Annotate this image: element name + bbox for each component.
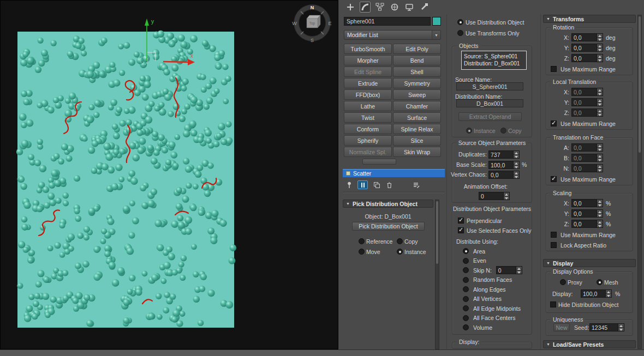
spinner-arrows[interactable] — [503, 192, 509, 200]
operands-list[interactable]: Source: S_Sphere001 Distribution: D_Box0… — [461, 51, 527, 70]
translation-on-face-a-spinner[interactable]: 0,0 — [571, 143, 603, 152]
base-scale-spinner[interactable]: 100,0 — [488, 161, 520, 169]
use-distribution-object-radio[interactable] — [457, 19, 463, 25]
spinner-arrows[interactable] — [597, 220, 603, 227]
duplicates-spinner[interactable]: 737 — [488, 150, 520, 159]
tab-motion[interactable] — [389, 2, 400, 13]
modifier-button-ffd-box[interactable]: FFD(box) — [344, 89, 392, 100]
spinner-arrows[interactable] — [597, 200, 603, 207]
configure-modifier-sets-icon[interactable] — [412, 181, 420, 189]
spinner-up-icon[interactable] — [597, 220, 603, 224]
panel-scrollbar[interactable] — [637, 15, 642, 349]
spinner-arrows[interactable] — [597, 165, 603, 172]
spinner-up-icon[interactable] — [597, 44, 603, 48]
modifier-button-lathe[interactable]: Lathe — [344, 101, 392, 111]
rotation-z-spinner[interactable]: 0,0 — [571, 54, 603, 62]
spinner-down-icon[interactable] — [597, 224, 603, 227]
modifier-button-conform[interactable]: Conform — [344, 124, 392, 134]
spinner-down-icon[interactable] — [514, 155, 519, 158]
use-transforms-only-radio[interactable] — [457, 30, 463, 36]
all-vertices-radio[interactable] — [463, 296, 469, 302]
modifier-button-extrude[interactable]: Extrude — [344, 78, 392, 88]
spinner-up-icon[interactable] — [514, 151, 519, 155]
copy-radio[interactable] — [397, 238, 403, 244]
spinner-up-icon[interactable] — [597, 154, 603, 158]
panel-splitter-handle[interactable] — [362, 159, 396, 165]
scaling-z-spinner[interactable]: 0,0 — [571, 220, 603, 228]
rotation-x-spinner[interactable]: 0,0 — [571, 33, 603, 41]
distribution-name-field[interactable]: D_Box001 — [456, 99, 523, 107]
spinner-arrows[interactable] — [597, 88, 603, 95]
seed-spinner[interactable]: 12345 — [589, 323, 624, 331]
proxy-radio[interactable] — [560, 279, 566, 285]
scaling-x-spinner[interactable]: 0,0 — [571, 199, 603, 207]
make-unique-icon[interactable] — [372, 181, 380, 189]
spinner-down-icon[interactable] — [516, 270, 522, 274]
pick-distribution-object-rollout-header[interactable]: ▼ Pick Distribution Object — [343, 200, 433, 208]
new-seed-button[interactable]: New — [553, 323, 570, 331]
modifier-stack-selected-row[interactable]: Scatter — [343, 169, 445, 177]
spinner-arrows[interactable] — [597, 99, 603, 106]
modifier-button-twist[interactable]: Twist — [344, 112, 392, 123]
display-percent-spinner[interactable]: 100,0 — [581, 289, 612, 298]
spinner-down-icon[interactable] — [597, 203, 603, 207]
instance-radio[interactable] — [397, 249, 403, 255]
along-edges-radio[interactable] — [463, 286, 469, 292]
even-radio[interactable] — [463, 258, 469, 264]
move-radio[interactable] — [359, 249, 365, 255]
all-edge-midpoints-radio[interactable] — [463, 305, 469, 311]
rollout-scrollbar[interactable] — [435, 200, 439, 349]
local-translation-y-spinner[interactable]: 0,0 — [571, 98, 603, 106]
remove-modifier-trash-icon[interactable] — [385, 181, 393, 189]
spinner-arrows[interactable] — [605, 290, 611, 297]
spinner-down-icon[interactable] — [597, 113, 603, 116]
spinner-arrows[interactable] — [597, 34, 603, 41]
tab-modify[interactable] — [360, 2, 371, 13]
spinner-arrows[interactable] — [597, 144, 603, 151]
scaling-y-spinner[interactable]: 0,0 — [571, 209, 603, 218]
object-name-field[interactable]: Sphere001 — [344, 17, 431, 26]
operand-distribution[interactable]: Distribution: D_Box001 — [464, 60, 524, 67]
operand-source[interactable]: Source: S_Sphere001 — [464, 53, 524, 60]
reference-radio[interactable] — [359, 238, 365, 244]
spinner-down-icon[interactable] — [597, 92, 603, 95]
modifier-button-morpher[interactable]: Morpher — [344, 55, 392, 65]
use-maximum-range-checkbox[interactable] — [551, 232, 557, 238]
tab-hierarchy[interactable] — [374, 2, 385, 13]
load-save-presets-rollout-header[interactable]: ▼ Load/Save Presets — [543, 340, 636, 348]
spinner-up-icon[interactable] — [597, 55, 603, 58]
display-rollout-header[interactable]: ▼ Display — [543, 259, 636, 267]
animation-offset-spinner[interactable]: 0 — [479, 192, 510, 200]
translation-on-face-b-spinner[interactable]: 0,0 — [571, 154, 603, 162]
spinner-up-icon[interactable] — [597, 109, 603, 113]
vertex-chaos-spinner[interactable]: 0,0 — [488, 171, 520, 179]
random-faces-radio[interactable] — [463, 277, 469, 283]
use-maximum-range-checkbox[interactable] — [551, 120, 557, 126]
spinner-up-icon[interactable] — [597, 34, 603, 38]
spinner-down-icon[interactable] — [504, 196, 509, 200]
mesh-radio[interactable] — [597, 279, 603, 285]
modifier-button-surface[interactable]: Surface — [393, 112, 441, 123]
spinner-up-icon[interactable] — [597, 88, 603, 92]
spinner-up-icon[interactable] — [514, 161, 519, 165]
scrollbar-handle[interactable] — [639, 16, 641, 153]
spinner-down-icon[interactable] — [597, 102, 603, 106]
show-end-result-toggle[interactable] — [357, 180, 368, 189]
modifier-button-sweep[interactable]: Sweep — [393, 89, 441, 100]
spinner-down-icon[interactable] — [618, 328, 624, 331]
tab-utilities[interactable] — [419, 2, 430, 13]
spinner-down-icon[interactable] — [597, 214, 603, 217]
modifier-button-turbosmooth[interactable]: TurboSmooth — [344, 44, 392, 54]
spinner-up-icon[interactable] — [516, 267, 522, 270]
spinner-up-icon[interactable] — [597, 210, 603, 214]
spinner-arrows[interactable] — [618, 324, 624, 331]
lock-aspect-ratio-checkbox[interactable] — [551, 242, 557, 248]
spinner-arrows[interactable] — [597, 55, 603, 62]
modifier-list-dropdown[interactable]: Modifier List ▼ — [344, 30, 441, 40]
modifier-button-shell[interactable]: Shell — [393, 67, 441, 77]
spinner-up-icon[interactable] — [597, 200, 603, 203]
skip-n-radio[interactable] — [463, 267, 469, 273]
use-selected-faces-checkbox[interactable] — [458, 227, 464, 233]
pick-distribution-object-button[interactable]: Pick Distribution Object — [352, 222, 425, 231]
spinner-up-icon[interactable] — [514, 171, 519, 175]
